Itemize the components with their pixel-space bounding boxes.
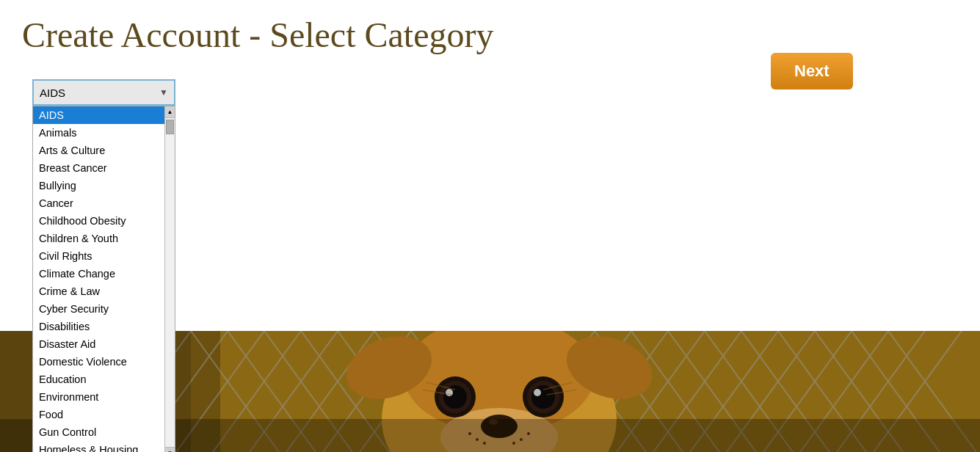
- dropdown-item[interactable]: Disabilities: [33, 318, 164, 335]
- dropdown-item[interactable]: Cyber Security: [33, 300, 164, 318]
- chevron-down-icon: ▼: [159, 87, 168, 98]
- svg-point-52: [446, 389, 453, 396]
- category-dropdown-container: AIDS ▼ AIDSAnimalsArts & CultureBreast C…: [32, 79, 175, 106]
- dropdown-item[interactable]: Breast Cancer: [33, 159, 164, 177]
- dropdown-item[interactable]: Disaster Aid: [33, 335, 164, 353]
- dropdown-item[interactable]: Crime & Law: [33, 282, 164, 300]
- dropdown-item[interactable]: Homeless & Housing: [33, 441, 164, 452]
- dropdown-item[interactable]: Environment: [33, 388, 164, 406]
- scrollbar-down-button[interactable]: ▼: [165, 447, 175, 452]
- dropdown-list: AIDSAnimalsArts & CultureBreast CancerBu…: [32, 106, 175, 452]
- scrollbar-up-button[interactable]: ▲: [165, 106, 175, 118]
- dropdown-item[interactable]: Gun Control: [33, 423, 164, 441]
- next-button[interactable]: Next: [771, 53, 853, 90]
- dropdown-item[interactable]: Climate Change: [33, 265, 164, 282]
- svg-point-56: [534, 389, 541, 396]
- dropdown-item[interactable]: Childhood Obesity: [33, 212, 164, 230]
- dropdown-item[interactable]: Arts & Culture: [33, 142, 164, 159]
- dropdown-item[interactable]: Bullying: [33, 177, 164, 194]
- svg-point-51: [443, 385, 467, 409]
- dropdown-item[interactable]: Civil Rights: [33, 247, 164, 265]
- dropdown-item[interactable]: Animals: [33, 124, 164, 142]
- scrollbar[interactable]: ▲ ▼: [164, 106, 175, 452]
- dropdown-item[interactable]: Domestic Violence: [33, 353, 164, 371]
- dropdown-item[interactable]: Education: [33, 371, 164, 388]
- scrollbar-thumb[interactable]: [166, 120, 174, 134]
- dropdown-item[interactable]: Children & Youth: [33, 230, 164, 247]
- select-box-value: AIDS: [40, 87, 65, 99]
- dropdown-items: AIDSAnimalsArts & CultureBreast CancerBu…: [33, 106, 164, 452]
- category-select-box[interactable]: AIDS ▼: [32, 79, 175, 106]
- dropdown-item[interactable]: Cancer: [33, 194, 164, 212]
- dropdown-item[interactable]: Food: [33, 406, 164, 423]
- scrollbar-track: [165, 118, 175, 447]
- svg-point-55: [531, 385, 555, 409]
- dropdown-item[interactable]: AIDS: [33, 106, 164, 124]
